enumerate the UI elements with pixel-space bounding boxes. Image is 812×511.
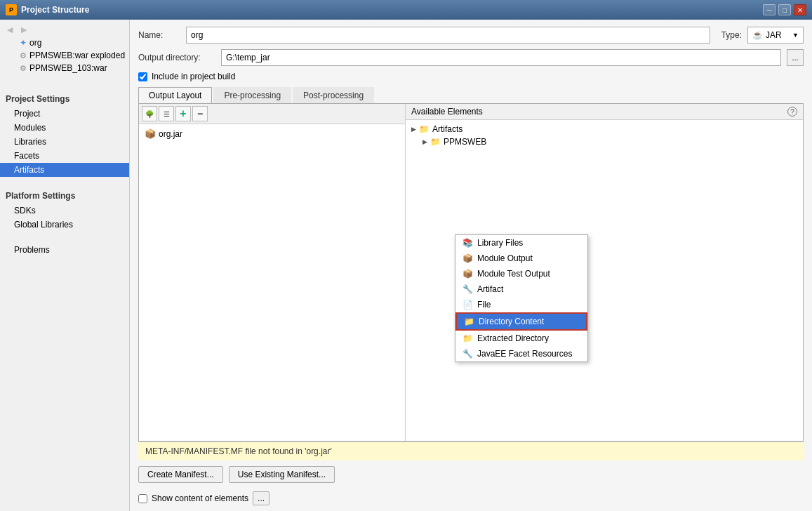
- create-manifest-button[interactable]: Create Manifest...: [138, 466, 223, 483]
- restore-button[interactable]: □: [778, 4, 791, 15]
- tab-pre-processing[interactable]: Pre-processing: [213, 87, 291, 103]
- available-header: Available Elements ?: [406, 104, 803, 120]
- sidebar: ◀ ▶ ✦ org ⚙ PPMSWEB:war exploded ⚙ PPMSW…: [0, 20, 130, 511]
- output-layout-area: 🌳 ☰ + − 📦 org.jar Available Elements ?: [138, 104, 804, 442]
- tab-post-processing[interactable]: Post-processing: [293, 87, 374, 103]
- module-output-icon: 📦: [462, 253, 473, 263]
- tree-item-ppmsweb-103[interactable]: ⚙ PPMSWEB_103:war: [6, 62, 129, 74]
- dropdown-item-extracted-directory-label: Extracted Directory: [477, 333, 549, 343]
- include-checkbox-label: Include in project build: [152, 72, 235, 81]
- tree-item-org-label: org: [29, 38, 41, 48]
- include-checkbox[interactable]: [138, 72, 147, 81]
- name-label: Name:: [138, 30, 180, 40]
- help-icon[interactable]: ?: [787, 107, 797, 117]
- tab-output-layout[interactable]: Output Layout: [138, 87, 212, 103]
- tabs-bar: Output Layout Pre-processing Post-proces…: [138, 87, 804, 104]
- manifest-row: Create Manifest... Use Existing Manifest…: [138, 462, 804, 487]
- dropdown-item-javaee-label: JavaEE Facet Resources: [477, 349, 572, 359]
- sidebar-item-project[interactable]: Project: [0, 107, 129, 121]
- avail-node-ppmsweb[interactable]: ▶ 📁 PPMSWEB: [408, 135, 800, 148]
- main-container: ◀ ▶ ✦ org ⚙ PPMSWEB:war exploded ⚙ PPMSW…: [0, 20, 812, 511]
- sidebar-item-problems[interactable]: Problems: [0, 243, 129, 257]
- dropdown-item-library-files[interactable]: 📚 Library Files: [455, 235, 587, 251]
- warning-text: META-INF/MANIFEST.MF file not found in '…: [145, 446, 332, 456]
- sidebar-item-modules[interactable]: Modules: [0, 121, 129, 135]
- dropdown-item-directory-content[interactable]: 📁 Directory Content: [455, 312, 587, 331]
- title-bar: P Project Structure ─ □ ✕: [0, 0, 812, 20]
- show-content-options-button[interactable]: ...: [253, 491, 269, 505]
- title-bar-controls: ─ □ ✕: [763, 4, 806, 15]
- avail-node-artifacts[interactable]: ▶ 📁 Artifacts: [408, 123, 800, 135]
- module-test-output-icon: 📦: [462, 269, 473, 279]
- nav-forward-button[interactable]: ▶: [18, 24, 29, 35]
- type-dropdown-arrow: ▼: [792, 32, 799, 39]
- dropdown-item-directory-content-label: Directory Content: [479, 317, 544, 326]
- tree-item-ppmsweb-war[interactable]: ⚙ PPMSWEB:war exploded: [6, 49, 129, 62]
- dropdown-menu: 📚 Library Files 📦 Module Output 📦 Module…: [455, 234, 588, 362]
- sidebar-item-sdks[interactable]: SDKs: [0, 204, 129, 218]
- sidebar-item-global-libraries[interactable]: Global Libraries: [0, 218, 129, 232]
- close-button[interactable]: ✕: [794, 4, 806, 15]
- dropdown-item-module-output-label: Module Output: [477, 253, 533, 263]
- avail-node-ppmsweb-label: PPMSWEB: [444, 137, 486, 147]
- layout-toolbar: 🌳 ☰ + −: [139, 104, 405, 124]
- artifacts-folder-icon: 📁: [419, 124, 430, 134]
- bottom-row: Show content of elements ...: [138, 487, 804, 505]
- file-icon: 📄: [462, 300, 473, 310]
- show-content-label: Show content of elements: [152, 493, 248, 503]
- tree-item-org[interactable]: ✦ org: [6, 36, 129, 49]
- library-files-icon: 📚: [462, 238, 473, 248]
- sidebar-nav: ◀ ▶: [0, 22, 129, 36]
- problems-section: Problems: [0, 243, 129, 257]
- tree-node-org-jar[interactable]: 📦 org.jar: [142, 127, 402, 140]
- dropdown-item-module-test-output-label: Module Test Output: [477, 269, 550, 279]
- available-label: Available Elements: [411, 107, 483, 117]
- add-button[interactable]: +: [175, 106, 191, 121]
- title-bar-left: P Project Structure: [6, 4, 89, 15]
- window-title: Project Structure: [21, 5, 89, 15]
- tree-node-org-jar-label: org.jar: [159, 129, 182, 139]
- jar-folder-icon: 📦: [145, 128, 156, 139]
- artifact-icon: 🔧: [462, 284, 473, 294]
- dropdown-item-extracted-directory[interactable]: 📁 Extracted Directory: [455, 331, 587, 346]
- tree-item-ppmsweb-war-label: PPMSWEB:war exploded: [29, 51, 125, 60]
- minimize-button[interactable]: ─: [763, 4, 776, 15]
- dropdown-item-javaee-facet[interactable]: 🔧 JavaEE Facet Resources: [455, 346, 587, 361]
- dropdown-item-library-files-label: Library Files: [477, 238, 523, 248]
- show-content-checkbox[interactable]: [138, 494, 147, 503]
- platform-settings-label: Platform Settings: [0, 185, 129, 204]
- project-settings-label: Project Settings: [0, 88, 129, 107]
- output-dir-input[interactable]: [221, 49, 781, 66]
- app-icon: P: [6, 4, 17, 15]
- output-dir-row: Output directory: ...: [138, 49, 804, 66]
- remove-button[interactable]: −: [192, 106, 208, 121]
- dropdown-item-artifact-label: Artifact: [477, 284, 503, 294]
- browse-button[interactable]: ...: [787, 49, 804, 66]
- ppmsweb-folder-icon: 📁: [430, 137, 441, 147]
- sidebar-item-libraries[interactable]: Libraries: [0, 135, 129, 149]
- output-dir-label: Output directory:: [138, 53, 215, 62]
- tree-item-ppmsweb-103-label: PPMSWEB_103:war: [29, 63, 107, 73]
- dropdown-item-module-test-output[interactable]: 📦 Module Test Output: [455, 266, 587, 281]
- dropdown-item-file-label: File: [477, 300, 491, 310]
- include-checkbox-row: Include in project build: [138, 72, 804, 81]
- directory-content-icon: 📁: [464, 317, 474, 326]
- dropdown-item-file[interactable]: 📄 File: [455, 297, 587, 312]
- dropdown-item-artifact[interactable]: 🔧 Artifact: [455, 281, 587, 297]
- jar-icon: ☕: [752, 30, 763, 40]
- sidebar-item-artifacts[interactable]: Artifacts: [0, 163, 129, 177]
- name-input[interactable]: [186, 27, 710, 44]
- name-type-row: Name: Type: ☕ JAR ▼: [138, 27, 804, 44]
- type-label: Type:: [721, 30, 742, 40]
- type-select[interactable]: ☕ JAR ▼: [747, 27, 804, 44]
- show-list-button[interactable]: ☰: [159, 106, 174, 121]
- sidebar-item-facets[interactable]: Facets: [0, 149, 129, 163]
- use-existing-manifest-button[interactable]: Use Existing Manifest...: [229, 466, 335, 483]
- nav-back-button[interactable]: ◀: [4, 24, 15, 35]
- expand-triangle-ppmsweb: ▶: [422, 138, 427, 145]
- avail-node-artifacts-label: Artifacts: [432, 124, 462, 134]
- type-value: JAR: [766, 30, 782, 40]
- show-tree-button[interactable]: 🌳: [142, 106, 157, 121]
- dropdown-item-module-output[interactable]: 📦 Module Output: [455, 251, 587, 266]
- expand-triangle-artifacts: ▶: [411, 126, 416, 133]
